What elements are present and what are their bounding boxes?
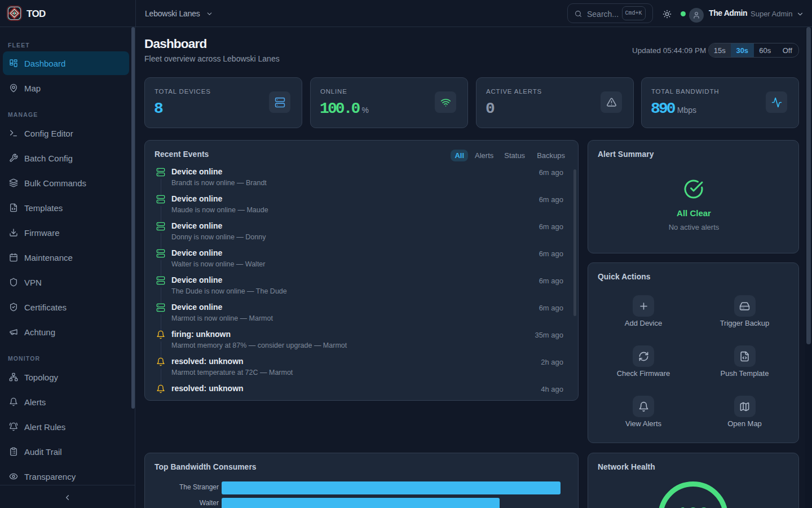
svg-text:100: 100 <box>677 504 709 508</box>
